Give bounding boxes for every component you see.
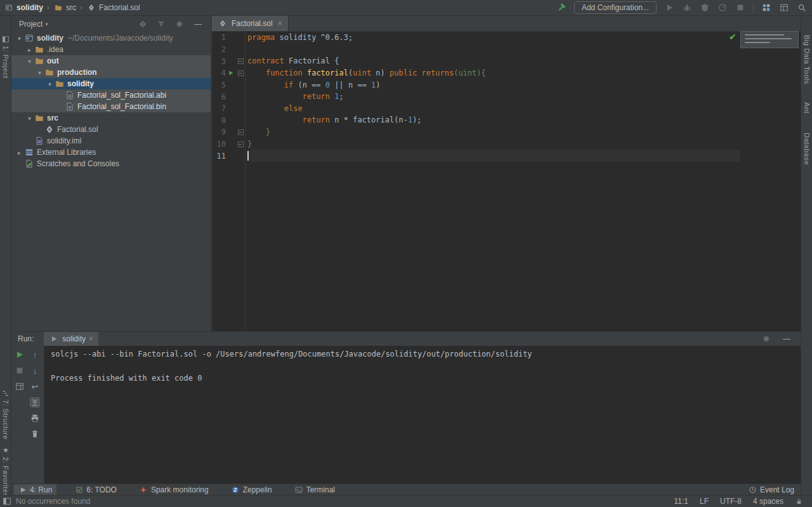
- printer-icon[interactable]: [30, 413, 40, 423]
- tool-tab-spark-monitoring[interactable]: Spark monitoring: [135, 484, 213, 496]
- run-line-icon[interactable]: [226, 68, 236, 78]
- rerun-icon[interactable]: [15, 350, 25, 360]
- tree-item-scratches-and-consoles[interactable]: Scratches and Consoles: [11, 158, 211, 169]
- tool-tab-4-run[interactable]: 4: Run: [14, 484, 56, 496]
- stripe-button-7-structure[interactable]: 7: Structure: [0, 389, 11, 440]
- stripe-button-big-data-tools[interactable]: Big Data Tools: [801, 35, 812, 84]
- close-icon[interactable]: ×: [89, 334, 93, 343]
- code-line[interactable]: if (n == 0 || n == 1): [247, 79, 801, 91]
- tool-window-toggle-icon[interactable]: [3, 497, 11, 506]
- up-icon[interactable]: ↑: [30, 350, 40, 360]
- code-line[interactable]: contract Factorial {: [247, 55, 801, 67]
- code-line[interactable]: function factorial(uint n) public return…: [247, 67, 801, 79]
- profiler-icon[interactable]: [717, 3, 728, 13]
- tool-tab-6-todo[interactable]: 6: TODO: [70, 484, 121, 496]
- tree-item-factorial-sol-factorial-abi[interactable]: Factorial_sol_Factorial.abi: [11, 89, 211, 101]
- fold-marker[interactable]: −: [236, 70, 245, 76]
- breadcrumb-item-src[interactable]: src: [53, 3, 76, 13]
- build-icon[interactable]: [556, 3, 566, 13]
- restore-layout-icon[interactable]: [15, 381, 25, 392]
- code-line[interactable]: }: [247, 138, 801, 150]
- event-log-button[interactable]: Event Log: [749, 485, 794, 494]
- tree-expanded-arrow[interactable]: ▾: [25, 115, 34, 122]
- fold-marker[interactable]: −: [236, 129, 245, 135]
- run-icon[interactable]: [664, 3, 674, 13]
- line-separator[interactable]: LF: [700, 497, 709, 506]
- tree-expanded-arrow[interactable]: ▾: [46, 81, 54, 88]
- close-icon[interactable]: ×: [278, 19, 282, 28]
- stop-icon[interactable]: [15, 365, 25, 376]
- fold-marker[interactable]: −: [236, 58, 245, 64]
- fold-start-icon[interactable]: −: [238, 58, 244, 64]
- tree-item-solidity-iml[interactable]: solidity.iml: [11, 135, 211, 147]
- code-line[interactable]: }: [247, 126, 801, 138]
- breadcrumb-item-solidity[interactable]: solidity: [4, 3, 43, 13]
- gear-icon[interactable]: [174, 19, 185, 29]
- fold-end-icon[interactable]: −: [238, 142, 244, 147]
- fold-start-icon[interactable]: −: [238, 70, 244, 76]
- console-output[interactable]: solcjs --abi --bin Factorial.sol -o /Use…: [44, 346, 801, 484]
- trash-icon[interactable]: [30, 429, 40, 439]
- tree-item-production[interactable]: ▾production: [11, 67, 211, 78]
- tree-item-external-libraries[interactable]: ▸External Libraries: [11, 147, 211, 158]
- fold-end-icon[interactable]: −: [238, 129, 244, 135]
- editor-tab-factorial-sol[interactable]: Factorial.sol ×: [212, 16, 289, 31]
- tree-expanded-arrow[interactable]: ▾: [25, 58, 34, 65]
- filter-icon[interactable]: [156, 19, 166, 29]
- file-encoding[interactable]: UTF-8: [720, 497, 742, 506]
- run-tab-solidity[interactable]: solidity ×: [44, 332, 98, 346]
- tree-expanded-arrow[interactable]: ▾: [15, 35, 23, 42]
- tree-collapsed-arrow[interactable]: ▸: [15, 149, 23, 156]
- code-line[interactable]: else: [247, 103, 801, 115]
- minimize-icon[interactable]: —: [782, 334, 792, 344]
- project-structure-icon[interactable]: [761, 3, 771, 13]
- stripe-button-1-project[interactable]: 1: Project: [0, 35, 11, 78]
- scroll-end-icon[interactable]: [30, 397, 40, 407]
- console-toolbar: ↑↓↩: [11, 346, 44, 484]
- caret-position[interactable]: 11:1: [674, 497, 688, 506]
- tree-item-solidity[interactable]: ▾solidity: [11, 78, 211, 89]
- editor: 123−4−56789−10−11 pragma solidity ^0.6.3…: [212, 32, 801, 331]
- tool-tab-zeppelin[interactable]: Zeppelin: [227, 484, 277, 496]
- coverage-icon[interactable]: [700, 3, 710, 13]
- code-line[interactable]: return n * factorial(n-1);: [247, 114, 801, 126]
- tree-item-factorial-sol-factorial-bin[interactable]: Factorial_sol_Factorial.bin: [11, 101, 211, 112]
- breadcrumb-item-factorial-sol[interactable]: Factorial.sol: [86, 3, 140, 13]
- window-layout-icon[interactable]: [779, 3, 789, 13]
- locate-icon[interactable]: [138, 19, 148, 29]
- toolbar-run-group: [664, 3, 745, 13]
- inspection-ok-icon[interactable]: ✔: [729, 32, 737, 42]
- down-icon[interactable]: ↓: [30, 365, 40, 376]
- indent-info[interactable]: 4 spaces: [753, 497, 783, 506]
- softwrap-icon[interactable]: ↩: [30, 381, 40, 392]
- project-panel-title[interactable]: Project: [19, 20, 43, 29]
- tree-item-idea[interactable]: ▸.idea: [11, 44, 211, 55]
- tree-item-out[interactable]: ▾out: [11, 55, 211, 67]
- code-line[interactable]: pragma solidity ^0.6.3;: [247, 32, 801, 44]
- line-number: 7: [212, 104, 226, 113]
- tree-expanded-arrow[interactable]: ▾: [36, 69, 44, 76]
- lock-icon[interactable]: [795, 497, 803, 506]
- stripe-button-2-favorites[interactable]: ★2: Favorites: [0, 446, 11, 497]
- tree-item-src[interactable]: ▾src: [11, 112, 211, 124]
- code-line[interactable]: [247, 150, 740, 162]
- code-line[interactable]: [247, 44, 801, 56]
- code-token: || n ==: [330, 81, 371, 89]
- tree-item-solidity[interactable]: ▾solidity~/Documents/Javacode/solidity: [11, 32, 211, 44]
- tool-tab-terminal[interactable]: Terminal: [291, 484, 339, 496]
- tree-collapsed-arrow[interactable]: ▸: [25, 46, 34, 53]
- debug-icon[interactable]: [682, 3, 692, 13]
- stripe-button-database[interactable]: Database: [801, 133, 812, 165]
- minimize-icon[interactable]: —: [193, 19, 203, 29]
- tree-item-factorial-sol[interactable]: Factorial.sol: [11, 124, 211, 135]
- code-area[interactable]: pragma solidity ^0.6.3;contract Factoria…: [246, 32, 801, 331]
- fold-marker[interactable]: −: [236, 142, 245, 147]
- search-icon[interactable]: [797, 3, 807, 13]
- gear-icon[interactable]: [761, 334, 771, 344]
- code-line[interactable]: return 1;: [247, 91, 801, 103]
- gutter-run-slot[interactable]: [226, 68, 236, 78]
- stop-icon[interactable]: [735, 3, 745, 13]
- add-configuration-button[interactable]: Add Configuration...: [574, 1, 657, 14]
- stripe-button-ant[interactable]: Ant: [801, 102, 812, 114]
- editor-tab-label: Factorial.sol: [232, 19, 273, 28]
